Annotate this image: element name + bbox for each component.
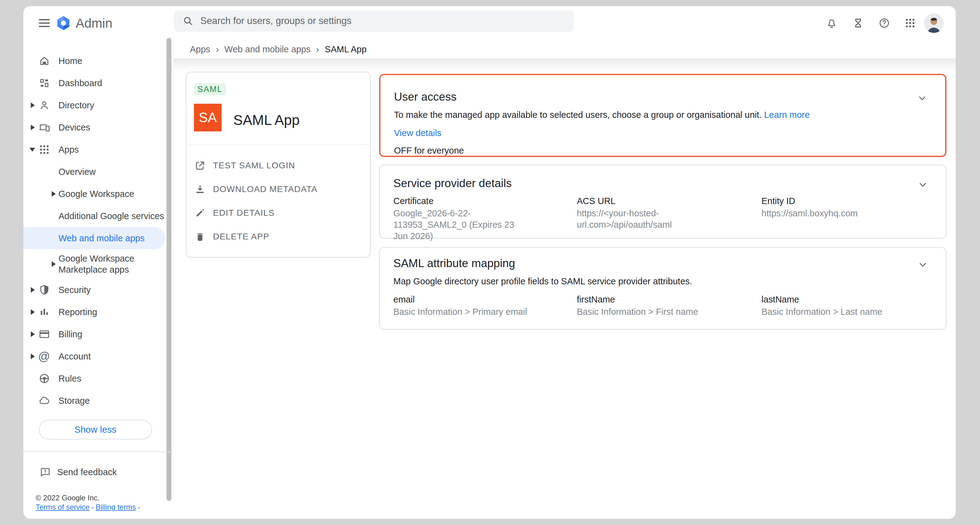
sidebar-item-reporting[interactable]: Reporting — [23, 301, 173, 323]
chevron-down-icon[interactable] — [30, 148, 35, 152]
edit-details-button[interactable]: EDIT DETAILS — [186, 201, 370, 225]
service-provider-details-card[interactable]: Service provider details CertificateGoog… — [379, 165, 947, 239]
sidebar-item-directory[interactable]: Directory — [23, 94, 173, 116]
sidebar-item-label: Security — [59, 284, 91, 296]
card-divider — [186, 145, 370, 145]
sidebar-item-overview[interactable]: Overview — [23, 161, 173, 183]
sidebar-item-label: Directory — [59, 100, 94, 111]
field-value: Basic Information > Last name — [762, 306, 883, 318]
help-icon[interactable] — [874, 13, 894, 33]
credit-card-icon — [38, 328, 51, 340]
chevron-right-icon[interactable] — [52, 191, 56, 197]
user-avatar[interactable] — [924, 13, 944, 33]
sidebar-item-label: Dashboard — [59, 78, 102, 89]
cloud-icon — [38, 395, 51, 407]
pending-tasks-hourglass-icon[interactable] — [848, 13, 868, 33]
sidebar-scrollbar[interactable] — [167, 38, 172, 501]
send-feedback-button[interactable]: Send feedback — [23, 462, 173, 482]
apps-grid-icon — [38, 143, 51, 156]
chevron-right-icon[interactable] — [52, 261, 56, 267]
action-label: DELETE APP — [213, 232, 269, 242]
user-access-description: To make the managed app available to sel… — [394, 110, 810, 120]
bar-chart-icon — [38, 306, 51, 318]
sidebar-item-dashboard[interactable]: Dashboard — [23, 72, 173, 94]
search-icon — [183, 15, 194, 27]
chevron-right-icon[interactable] — [31, 331, 35, 337]
field-lastname: lastNameBasic Information > Last name — [762, 294, 883, 318]
sidebar-item-account[interactable]: @Account — [23, 345, 173, 368]
sidebar-item-label: Reporting — [59, 307, 97, 318]
sidebar-item-storage[interactable]: Storage — [23, 390, 173, 412]
sidebar-item-additional-google-services[interactable]: Additional Google services — [23, 205, 173, 227]
open-in-new-icon — [194, 160, 205, 171]
header-shadow — [173, 59, 956, 72]
chevron-down-icon[interactable] — [917, 259, 929, 270]
test-saml-login-button[interactable]: TEST SAML LOGIN — [186, 154, 370, 177]
user-access-card[interactable]: User access To make the managed app avai… — [379, 74, 947, 157]
at-sign-icon: @ — [38, 350, 51, 363]
field-label: firstName — [577, 294, 698, 305]
sidebar-item-home[interactable]: Home — [23, 50, 173, 72]
chevron-down-icon[interactable] — [916, 92, 928, 104]
terms-of-service-link[interactable]: Terms of service — [36, 503, 89, 511]
breadcrumb-current-page: SAML App — [325, 44, 367, 54]
top-app-bar: Admin — [23, 6, 956, 40]
field-label: Entity ID — [762, 196, 858, 207]
sidebar-item-rules[interactable]: Rules — [23, 368, 173, 390]
field-label: ACS URL — [577, 196, 683, 207]
breadcrumb-apps[interactable]: Apps — [190, 44, 210, 54]
chevron-right-icon[interactable] — [31, 353, 35, 359]
search-input[interactable] — [200, 15, 574, 27]
field-label: Certificate — [393, 196, 529, 207]
chevron-down-icon[interactable] — [917, 179, 929, 191]
field-email: emailBasic Information > Primary email — [393, 294, 527, 318]
sidebar-item-label: Additional Google services — [59, 210, 164, 221]
action-label: DOWNLOAD METADATA — [213, 185, 317, 194]
field-entity-id: Entity IDhttps://saml.boxyhq.com — [762, 196, 858, 219]
sidebar-item-label: Billing — [59, 329, 82, 340]
app-title: SAML App — [233, 112, 300, 128]
field-label: lastName — [762, 294, 883, 305]
sidebar-item-label: Google Workspace — [59, 188, 134, 199]
breadcrumb-web-and-mobile-apps[interactable]: Web and mobile apps — [224, 44, 310, 54]
chevron-right-icon[interactable] — [31, 287, 35, 293]
attribute-mapping-description: Map Google directory user profile fields… — [393, 276, 692, 286]
search-bar[interactable] — [174, 10, 574, 32]
download-icon — [194, 184, 205, 195]
sidebar-item-security[interactable]: Security — [23, 279, 173, 301]
sidebar-item-google-workspace[interactable]: Google Workspace — [23, 183, 173, 205]
chevron-right-icon[interactable] — [31, 125, 35, 130]
sidebar-item-google-workspace-marketplace-apps[interactable]: Google Workspace Marketplace apps — [23, 249, 173, 279]
apps-launcher-icon[interactable] — [900, 13, 920, 33]
sidebar-item-label: Apps — [59, 144, 79, 155]
sidebar-item-apps[interactable]: Apps — [23, 138, 173, 161]
sidebar-item-web-and-mobile-apps[interactable]: Web and mobile apps — [23, 227, 165, 249]
dashboard-icon — [38, 77, 51, 89]
show-less-button[interactable]: Show less — [39, 420, 152, 439]
sidebar-item-label: Account — [59, 351, 91, 362]
chevron-right-icon[interactable] — [31, 102, 35, 108]
notifications-bell-icon[interactable] — [822, 13, 842, 33]
trash-icon — [194, 231, 205, 242]
field-value: Google_2026-6-22-113953_SAML2_0 (Expires… — [393, 208, 529, 242]
pencil-icon — [194, 207, 205, 218]
sidebar-item-devices[interactable]: Devices — [23, 116, 173, 138]
delete-app-button[interactable]: DELETE APP — [186, 225, 370, 248]
sidebar-item-billing[interactable]: Billing — [23, 323, 173, 345]
learn-more-link[interactable]: Learn more — [764, 110, 810, 120]
attribute-mapping-title: SAML attribute mapping — [393, 257, 515, 270]
download-metadata-button[interactable]: DOWNLOAD METADATA — [186, 177, 370, 201]
menu-icon[interactable] — [39, 19, 50, 27]
home-icon — [38, 55, 51, 67]
view-details-link[interactable]: View details — [394, 128, 441, 138]
field-certificate: CertificateGoogle_2026-6-22-113953_SAML2… — [393, 196, 529, 242]
action-label: EDIT DETAILS — [213, 208, 275, 218]
sidebar-footer-divider — [23, 452, 173, 452]
admin-console-window: Admin Apps › Web and mobile apps › SAML … — [23, 6, 956, 519]
breadcrumb: Apps › Web and mobile apps › SAML App — [190, 40, 367, 59]
breadcrumb-separator: › — [216, 44, 219, 54]
saml-attribute-mapping-card[interactable]: SAML attribute mapping Map Google direct… — [379, 247, 947, 329]
chevron-right-icon[interactable] — [31, 309, 35, 315]
sidebar-item-label: Overview — [59, 166, 96, 177]
billing-terms-link[interactable]: Billing terms — [96, 503, 136, 511]
